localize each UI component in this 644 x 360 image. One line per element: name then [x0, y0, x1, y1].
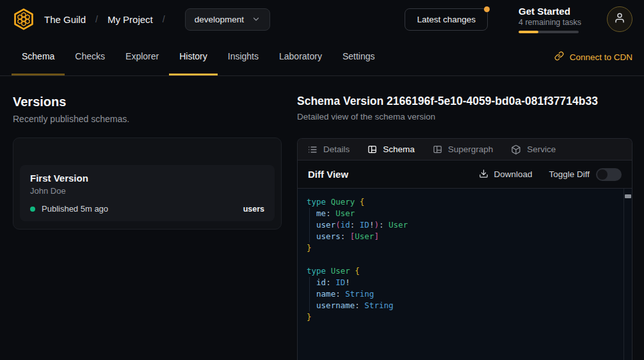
code-line: type User {: [307, 265, 614, 277]
nav-tab-settings[interactable]: Settings: [332, 38, 385, 75]
nav-tab-insights[interactable]: Insights: [218, 38, 269, 75]
breadcrumb-separator: /: [95, 14, 98, 24]
breadcrumb-separator: /: [163, 14, 165, 24]
schema-version-panel: Details Schema Supergraph: [297, 138, 632, 360]
code-line: user(id: ID!): User: [307, 219, 614, 231]
panel-tabs: Details Schema Supergraph: [298, 139, 632, 160]
code-content: type Query { me: User user(id: ID!): Use…: [307, 196, 614, 323]
get-started-title: Get Started: [519, 6, 579, 17]
panel-tab-details[interactable]: Details: [307, 145, 350, 155]
version-status: Published 5m ago: [42, 204, 108, 214]
version-author: John Doe: [30, 186, 264, 196]
columns-icon: [367, 145, 377, 154]
breadcrumb-org[interactable]: The Guild: [44, 14, 86, 25]
toggle-diff-label: Toggle Diff: [549, 169, 590, 179]
toggle-knob: [597, 169, 608, 180]
panel-tab-label: Details: [323, 145, 350, 154]
app-header: The Guild / My Project / development Lat…: [0, 0, 644, 38]
version-list-item[interactable]: First Version John Doe Published 5m ago …: [20, 165, 275, 221]
download-label: Download: [494, 169, 532, 179]
schema-version-section: Schema Version 2166196f-5e10-4059-bd0a-0…: [297, 94, 632, 360]
notification-dot: [484, 6, 490, 12]
breadcrumb-project[interactable]: My Project: [108, 14, 153, 25]
latest-changes-label: Latest changes: [417, 15, 476, 24]
nav-tab-checks[interactable]: Checks: [65, 38, 115, 75]
target-select-value: development: [195, 15, 244, 24]
code-line: }: [307, 311, 614, 323]
download-button[interactable]: Download: [479, 169, 532, 180]
main-content: Versions Recently published schemas. Fir…: [0, 76, 644, 360]
panel-tab-service[interactable]: Service: [511, 145, 556, 155]
link-icon: [554, 51, 564, 63]
columns-icon: [433, 145, 442, 154]
connect-to-cdn-label: Connect to CDN: [570, 52, 632, 62]
list-icon: [307, 145, 318, 155]
diff-view-title: Diff View: [308, 169, 348, 180]
nav-tab-schema[interactable]: Schema: [12, 38, 65, 75]
schema-code-viewer[interactable]: type Query { me: User user(id: ID!): Use…: [298, 189, 632, 360]
panel-tab-label: Schema: [383, 145, 415, 154]
progress-bar: [519, 31, 579, 33]
panel-tab-supergraph[interactable]: Supergraph: [433, 145, 494, 154]
schema-version-subtitle: Detailed view of the schema version: [297, 112, 632, 121]
connect-to-cdn-link[interactable]: Connect to CDN: [554, 38, 632, 75]
code-line: name: String: [307, 288, 614, 300]
scrollbar-thumb[interactable]: [625, 194, 631, 198]
latest-changes-button[interactable]: Latest changes: [405, 8, 488, 31]
toggle-diff-switch[interactable]: [596, 168, 622, 181]
code-line: type Query {: [307, 196, 614, 208]
get-started-subtitle: 4 remaining tasks: [519, 18, 579, 27]
box-icon: [511, 145, 521, 155]
main-nav: Schema Checks Explorer History Insights …: [0, 38, 644, 76]
nav-tab-history[interactable]: History: [169, 38, 218, 75]
get-started-widget[interactable]: Get Started 4 remaining tasks: [519, 6, 579, 33]
panel-tab-label: Service: [527, 145, 556, 154]
service-badge: users: [243, 205, 264, 214]
diff-view-header: Diff View Download Toggle Diff: [298, 160, 632, 189]
nav-tab-explorer[interactable]: Explorer: [115, 38, 169, 75]
code-scrollbar[interactable]: [624, 189, 632, 360]
hive-logo-icon[interactable]: [12, 7, 36, 31]
versions-list-card: First Version John Doe Published 5m ago …: [13, 137, 282, 230]
versions-title: Versions: [13, 94, 282, 109]
published-status-dot: [30, 207, 35, 212]
download-icon: [479, 169, 488, 180]
nav-tab-laboratory[interactable]: Laboratory: [269, 38, 332, 75]
code-line: me: User: [307, 208, 614, 219]
chevron-down-icon: [252, 15, 261, 24]
panel-tab-label: Supergraph: [448, 145, 494, 154]
code-line: }: [307, 242, 614, 254]
panel-tab-schema[interactable]: Schema: [367, 145, 415, 154]
user-icon: [614, 12, 625, 26]
code-line: [307, 254, 614, 265]
code-line: id: ID!: [307, 277, 614, 288]
code-line: users: [User]: [307, 231, 614, 242]
progress-fill: [519, 31, 538, 33]
schema-version-title: Schema Version 2166196f-5e10-4059-bd0a-0…: [297, 94, 632, 108]
code-line: username: String: [307, 300, 614, 311]
target-select[interactable]: development: [185, 8, 270, 31]
version-name: First Version: [30, 172, 264, 184]
user-avatar[interactable]: [607, 6, 632, 32]
versions-subtitle: Recently published schemas.: [13, 114, 282, 124]
versions-section: Versions Recently published schemas. Fir…: [13, 94, 282, 360]
